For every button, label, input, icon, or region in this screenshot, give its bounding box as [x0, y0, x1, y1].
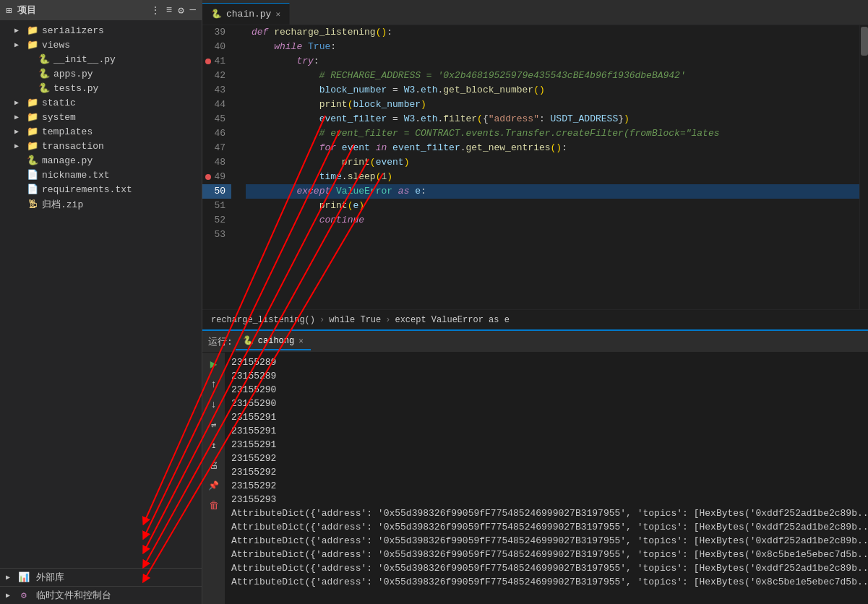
- code-line-40: while True:: [246, 40, 859, 54]
- terminal-tab-close[interactable]: ✕: [298, 336, 304, 345]
- settings-icon[interactable]: ⚙: [178, 4, 184, 17]
- py-terminal-icon: 🐍: [243, 335, 254, 346]
- line-numbers: 39 40 41 42 43 44 45 46 47 48 49 50 51: [202, 25, 237, 309]
- sidebar-item-views[interactable]: ▶ 📁 views: [0, 38, 202, 52]
- grid-icon: ⊞: [6, 4, 12, 17]
- term-num-9: 23155292: [231, 465, 862, 479]
- tab-chain-py[interactable]: 🐍 chain.py ✕: [202, 3, 290, 25]
- expand-icon[interactable]: ⋮: [150, 4, 160, 17]
- code-line-47: for event in event_filter.get_new_entrie…: [246, 141, 859, 155]
- sidebar-item-requirements-txt[interactable]: 📄 requirements.txt: [0, 182, 202, 197]
- sidebar-item-serializers[interactable]: ▶ 📁 serializers: [0, 23, 202, 38]
- line-num-51: 51: [202, 199, 231, 213]
- code-content: 39 40 41 42 43 44 45 46 47 48 49 50 51: [202, 25, 868, 309]
- sidebar-section-label: 外部库: [36, 571, 64, 584]
- sidebar-item-label: apps.py: [53, 69, 93, 79]
- wrap-button[interactable]: ⇌: [205, 416, 223, 433]
- sidebar-item-static[interactable]: ▶ 📁 static: [0, 95, 202, 110]
- code-line-50: except ValueError as e:: [246, 184, 859, 199]
- line-num-46: 46: [202, 126, 231, 141]
- folder-icon: 📁: [26, 140, 39, 152]
- py-file-icon: 🐍: [38, 68, 51, 79]
- scroll-up-button[interactable]: ↑: [205, 376, 223, 393]
- scroll-down-button[interactable]: ↓: [205, 396, 223, 413]
- folder-icon: 📁: [26, 97, 39, 108]
- py-tab-icon: 🐍: [211, 9, 222, 20]
- line-num-41: 41: [202, 54, 231, 69]
- folder-icon: 📁: [26, 126, 39, 137]
- sidebar-item-manage-py[interactable]: 🐍 manage.py: [0, 153, 202, 168]
- py-file-icon: 🐍: [38, 82, 51, 94]
- zip-file-icon: 🗜: [26, 199, 39, 210]
- line-num-50: 50: [202, 184, 231, 199]
- code-line-48: print(event): [246, 155, 859, 170]
- sidebar-item-init-py[interactable]: 🐍 __init__.py: [0, 52, 202, 66]
- sidebar-tree: ▶ 📁 serializers ▶ 📁 views 🐍 __init__.py …: [0, 20, 202, 568]
- print-button[interactable]: 🖨: [205, 457, 223, 474]
- sidebar-item-label: tests.py: [53, 83, 98, 94]
- sidebar-title: 项目: [17, 4, 36, 17]
- code-line-46: # event_filter = CONTRACT.events.Transfe…: [246, 126, 859, 141]
- breadcrumb: recharge_listening() › while True › exce…: [202, 309, 868, 329]
- code-line-42: # RECHARGE_ADDRESS = '0x2b46819525979e43…: [246, 69, 859, 83]
- code-line-49: time.sleep(1): [246, 170, 859, 184]
- code-line-45: event_filter = W3.eth.filter({"address":…: [246, 112, 859, 126]
- breakpoint-dot: [205, 174, 211, 180]
- sidebar-item-templates[interactable]: ▶ 📁 templates: [0, 124, 202, 139]
- line-num-40: 40: [202, 40, 231, 54]
- gutter-area: [237, 25, 246, 309]
- sidebar-item-label: manage.py: [42, 155, 93, 166]
- sidebar-item-apps-py[interactable]: 🐍 apps.py: [0, 66, 202, 81]
- code-lines[interactable]: def recharge_listening(): while True: tr…: [246, 25, 859, 309]
- save-output-button[interactable]: ↥: [205, 436, 223, 454]
- code-scrollbar[interactable]: [859, 25, 868, 309]
- folder-icon: 📁: [26, 39, 39, 51]
- py-file-icon: 🐍: [26, 155, 39, 166]
- line-num-47: 47: [202, 141, 231, 155]
- sidebar-item-label: transaction: [42, 141, 104, 152]
- tab-label: chain.py: [226, 9, 271, 20]
- sidebar-section-external-libs[interactable]: ▶ 📊 外部库: [0, 568, 202, 586]
- breakpoint-dot: [205, 59, 211, 64]
- line-num-42: 42: [202, 69, 231, 83]
- breadcrumb-except: except ValueError as e: [395, 315, 509, 325]
- code-line-43: block_number = W3.eth.get_block_number(): [246, 83, 859, 98]
- term-num-4: 23155290: [231, 397, 862, 410]
- bottom-panel: 运行: 🐍 caihong ✕ ▶ ↑ ↓ ⇌ ↥ 🖨 📌 🗑 2315528: [202, 329, 868, 604]
- sidebar-item-label: serializers: [42, 25, 104, 36]
- code-line-41: try:: [246, 54, 859, 69]
- term-num-2: 23155289: [231, 369, 862, 383]
- sidebar: ⊞ 项目 ⋮ ≡ ⚙ ─ ▶ 📁 serializers ▶ 📁 views 🐍…: [0, 0, 202, 604]
- bottom-content: ▶ ↑ ↓ ⇌ ↥ 🖨 📌 🗑 23155289 23155289 231552…: [202, 353, 868, 604]
- code-scrollbar-thumb[interactable]: [861, 27, 868, 56]
- minimize-icon[interactable]: ─: [190, 4, 196, 16]
- sidebar-item-tests-py[interactable]: 🐍 tests.py: [0, 81, 202, 95]
- line-num-48: 48: [202, 155, 231, 170]
- sidebar-toolbar: ⊞ 项目 ⋮ ≡ ⚙ ─: [0, 0, 202, 20]
- run-button[interactable]: ▶: [205, 355, 223, 373]
- term-num-5: 23155291: [231, 410, 862, 424]
- pin-button[interactable]: 📌: [205, 477, 223, 494]
- sidebar-item-system[interactable]: ▶ 📁 system: [0, 110, 202, 124]
- code-editor: 39 40 41 42 43 44 45 46 47 48 49 50 51: [202, 25, 868, 329]
- clear-button[interactable]: 🗑: [205, 497, 223, 514]
- tab-bar: 🐍 chain.py ✕: [202, 0, 868, 25]
- term-attr-4: AttributeDict({'address': '0x55d398326f9…: [231, 548, 862, 561]
- tab-close-button[interactable]: ✕: [275, 9, 280, 19]
- sidebar-section-temp-files[interactable]: ▶ ⚙ 临时文件和控制台: [0, 586, 202, 604]
- py-file-icon: 🐍: [38, 53, 51, 65]
- sidebar-item-transaction[interactable]: ▶ 📁 transaction: [0, 139, 202, 153]
- folder-icon: 📁: [26, 111, 39, 123]
- term-attr-1: AttributeDict({'address': '0x55d398326f9…: [231, 506, 862, 520]
- terminal-output: 23155289 23155289 23155290 23155290 2315…: [225, 353, 868, 604]
- term-attr-5: AttributeDict({'address': '0x55d398326f9…: [231, 561, 862, 575]
- run-label: 运行:: [208, 335, 233, 348]
- sidebar-item-label: __init__.py: [53, 54, 116, 65]
- columns-icon[interactable]: ≡: [166, 4, 172, 16]
- sidebar-item-label: system: [42, 112, 76, 123]
- term-num-6: 23155291: [231, 424, 862, 438]
- sidebar-item-nickname-txt[interactable]: 📄 nickname.txt: [0, 168, 202, 182]
- terminal-tab-caihong[interactable]: 🐍 caihong ✕: [236, 332, 311, 350]
- sidebar-item-archive-zip[interactable]: 🗜 归档.zip: [0, 197, 202, 212]
- main-area: 🐍 chain.py ✕ 39 40 41 42 43 44 45 46 47 …: [202, 0, 868, 604]
